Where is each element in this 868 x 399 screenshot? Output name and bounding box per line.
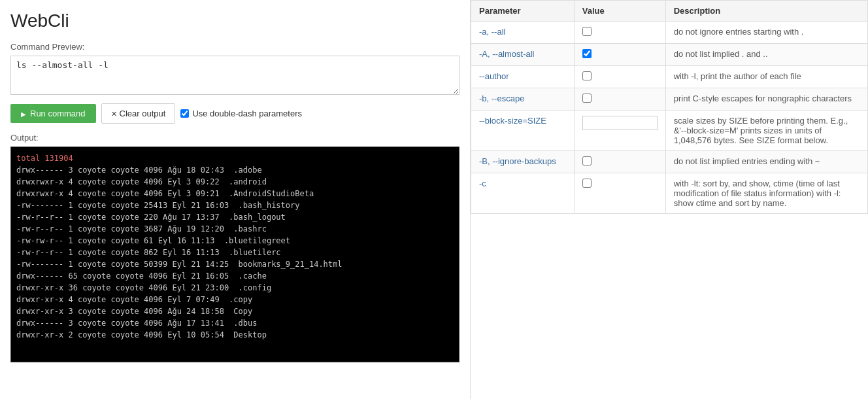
param-checkbox-5[interactable] [582, 156, 592, 165]
param-description: do not list implied . and .. [665, 44, 867, 66]
param-checkbox-3[interactable] [582, 94, 592, 103]
x-icon [111, 109, 117, 118]
output-line: -rw-r--r-- 1 coyote coyote 3687 Ağu 19 1… [16, 223, 454, 235]
table-row: -B, --ignore-backupsdo not list implied … [471, 151, 868, 173]
output-line: drwx------ 65 coyote coyote 4096 Eyl 21 … [16, 270, 454, 282]
param-name: -a, --all [471, 22, 575, 44]
table-row: --authorwith -l, print the author of eac… [471, 66, 868, 88]
output-area[interactable]: total 131904drwx------ 3 coyote coyote 4… [10, 147, 459, 362]
double-dash-label-text: Use double-dash parameters [192, 109, 302, 118]
output-line: drwxr-xr-x 3 coyote coyote 4096 Ağu 24 1… [16, 305, 454, 317]
output-line: drwx------ 3 coyote coyote 4096 Ağu 18 0… [16, 164, 454, 176]
param-name: -c [471, 173, 575, 214]
output-line: drwxr-xr-x 4 coyote coyote 4096 Eyl 7 07… [16, 294, 454, 305]
param-checkbox-6[interactable] [582, 179, 592, 188]
table-row: -a, --alldo not ignore entries starting … [471, 22, 868, 44]
param-checkbox-1[interactable] [582, 49, 592, 58]
double-dash-checkbox[interactable] [180, 109, 189, 118]
output-line: drwxr-xr-x 2 coyote coyote 4096 Eyl 10 0… [16, 329, 454, 341]
output-line: drwxrwxr-x 4 coyote coyote 4096 Eyl 3 09… [16, 188, 454, 200]
play-icon [21, 109, 26, 118]
param-description: do not ignore entries starting with . [665, 22, 867, 44]
param-name: -A, --almost-all [471, 44, 575, 66]
param-description: with -l, print the author of each file [665, 66, 867, 88]
run-button-label: Run command [30, 109, 86, 118]
output-line: -rw------- 1 coyote coyote 50399 Eyl 21 … [16, 258, 454, 270]
output-line: drwxr-xr-x 36 coyote coyote 4096 Eyl 21 … [16, 282, 454, 294]
param-name: -B, --ignore-backups [471, 151, 575, 173]
param-description: do not list implied entries ending with … [665, 151, 867, 173]
table-header-row: Parameter Value Description [471, 1, 868, 22]
param-checkbox-2[interactable] [582, 71, 592, 80]
param-value-cell[interactable] [574, 88, 665, 111]
table-row: -cwith -lt: sort by, and show, ctime (ti… [471, 173, 868, 214]
param-checkbox-0[interactable] [582, 27, 592, 36]
output-line: total 131904 [16, 152, 454, 164]
toolbar: Run command Clear output Use double-dash… [10, 103, 459, 124]
output-line: -rw-rw-r-- 1 coyote coyote 61 Eyl 16 11:… [16, 235, 454, 247]
clear-button-label: Clear output [120, 109, 166, 118]
clear-output-button[interactable]: Clear output [101, 103, 176, 124]
header-description: Description [665, 1, 867, 22]
output-line: drwx------ 3 coyote coyote 4096 Ağu 17 1… [16, 317, 454, 329]
output-line: -rw-r--r-- 1 coyote coyote 220 Ağu 17 13… [16, 211, 454, 223]
param-description: print C-style escapes for nongraphic cha… [665, 88, 867, 111]
output-line: drwxrwxr-x 4 coyote coyote 4096 Eyl 3 09… [16, 176, 454, 188]
output-label: Output: [10, 133, 459, 143]
param-name: --block-size=SIZE [471, 111, 575, 151]
param-name: --author [471, 66, 575, 88]
param-value-cell[interactable] [574, 22, 665, 44]
table-row: --block-size=SIZEscale sizes by SIZE bef… [471, 111, 868, 151]
left-panel: WebCli Command Preview: ls --almost-all … [0, 0, 471, 399]
param-value-cell[interactable] [574, 111, 665, 151]
param-value-cell[interactable] [574, 44, 665, 66]
run-command-button[interactable]: Run command [10, 104, 96, 123]
header-value: Value [574, 1, 665, 22]
table-row: -b, --escapeprint C-style escapes for no… [471, 88, 868, 111]
param-value-cell[interactable] [574, 151, 665, 173]
table-row: -A, --almost-alldo not list implied . an… [471, 44, 868, 66]
app-title: WebCli [10, 10, 459, 31]
right-panel: Parameter Value Description -a, --alldo … [471, 0, 868, 399]
output-line: -rw-r--r-- 1 coyote coyote 862 Eyl 16 11… [16, 247, 454, 258]
param-value-cell[interactable] [574, 173, 665, 214]
params-table: Parameter Value Description -a, --alldo … [471, 0, 868, 214]
param-description: with -lt: sort by, and show, ctime (time… [665, 173, 867, 214]
param-description: scale sizes by SIZE before printing them… [665, 111, 867, 151]
double-dash-checkbox-label[interactable]: Use double-dash parameters [180, 109, 302, 118]
command-textarea[interactable]: ls --almost-all -l [10, 56, 459, 95]
param-text-input-4[interactable] [582, 116, 658, 130]
header-parameter: Parameter [471, 1, 575, 22]
param-value-cell[interactable] [574, 66, 665, 88]
output-line: -rw------- 1 coyote coyote 25413 Eyl 21 … [16, 200, 454, 211]
param-name: -b, --escape [471, 88, 575, 111]
command-preview-label: Command Preview: [10, 42, 459, 52]
